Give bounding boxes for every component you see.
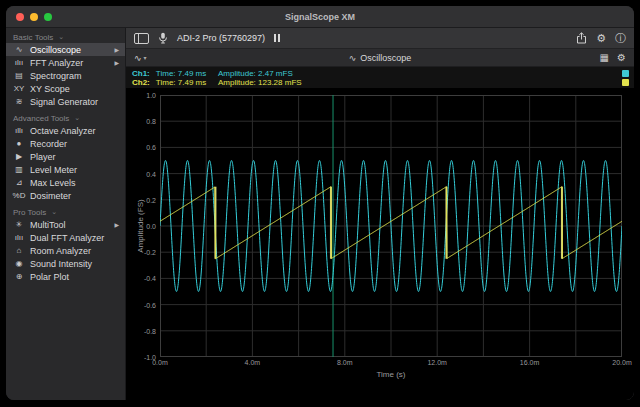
- y-tick-label: -0.2: [128, 249, 156, 256]
- view-title-text: Oscilloscope: [360, 53, 411, 63]
- share-icon[interactable]: [576, 32, 587, 44]
- sidebar-item-level-meter[interactable]: ▥Level Meter: [6, 163, 125, 176]
- y-tick-label: 1.0: [128, 92, 156, 99]
- sidebar-item-label: XY Scope: [30, 84, 70, 94]
- oscilloscope-icon: ∿: [12, 45, 26, 54]
- sidebar-item-sound-intensity[interactable]: ◉Sound Intensity: [6, 257, 125, 270]
- sidebar-section-basic-tools[interactable]: Basic Tools⌄: [6, 31, 125, 43]
- sidebar-item-multitool[interactable]: ✳MultiTool▶: [6, 218, 125, 231]
- ch2-legend-chip[interactable]: [622, 79, 629, 86]
- disclosure-arrow-icon: ▶: [114, 59, 119, 66]
- max-levels-icon: ⊿: [12, 178, 26, 187]
- view-toolbar: ∿ ▾ ∿Oscilloscope ▦ ⚙: [126, 49, 634, 67]
- y-tick-label: 0.0: [128, 223, 156, 230]
- meters-icon[interactable]: ▦: [600, 53, 609, 63]
- sound-intensity-icon: ◉: [12, 259, 26, 268]
- ch1-time-value: Time: 7.49 ms: [156, 69, 206, 78]
- section-label: Advanced Tools: [13, 114, 69, 123]
- x-axis-label: Time (s): [160, 370, 622, 379]
- section-label: Pro Tools: [13, 208, 46, 217]
- sidebar-section-advanced-tools[interactable]: Advanced Tools⌄: [6, 112, 125, 124]
- ch2-label: Ch2:: [132, 78, 150, 87]
- main-toolbar: ADI-2 Pro (57760297) ⚙ ⓘ: [126, 28, 634, 49]
- sidebar-item-spectrogram[interactable]: ▤Spectrogram: [6, 69, 125, 82]
- ch1-legend-chip[interactable]: [622, 70, 629, 77]
- sidebar-item-label: MultiTool: [30, 220, 66, 230]
- sidebar-item-label: Polar Plot: [30, 272, 69, 282]
- chevron-down-icon: ▾: [144, 54, 147, 61]
- ch1-label: Ch1:: [132, 69, 150, 78]
- x-tick-label: 16.0m: [520, 359, 539, 366]
- polar-plot-icon: ⊕: [12, 272, 26, 281]
- x-tick-label: 20.0m: [612, 359, 631, 366]
- chevron-down-icon: ⌄: [74, 115, 80, 121]
- sidebar-item-label: Oscilloscope: [30, 45, 81, 55]
- sidebar-item-label: Recorder: [30, 139, 67, 149]
- level-meter-icon: ▥: [12, 165, 26, 174]
- settings-gear-icon[interactable]: ⚙: [596, 33, 606, 44]
- input-source-mic-icon[interactable]: [158, 32, 168, 44]
- pause-button[interactable]: [274, 34, 280, 42]
- sidebar-toggle-icon[interactable]: [134, 33, 149, 44]
- info-icon[interactable]: ⓘ: [615, 33, 626, 44]
- y-tick-label: 0.8: [128, 118, 156, 125]
- sidebar-item-recorder[interactable]: ●Recorder: [6, 137, 125, 150]
- sidebar-item-fft-analyzer[interactable]: ılııFFT Analyzer▶: [6, 56, 125, 69]
- sidebar-item-signal-generator[interactable]: ≋Signal Generator: [6, 95, 125, 108]
- octave-analyzer-icon: ıllı: [12, 126, 26, 135]
- oscilloscope-plot[interactable]: Amplitude (FS) Time (s) 0.0m4.0m8.0m12.0…: [126, 89, 634, 400]
- sidebar-item-polar-plot[interactable]: ⊕Polar Plot: [6, 270, 125, 283]
- ch2-readout: Ch2: Time: 7.49 ms Amplitude: 123.28 mFS: [132, 78, 628, 87]
- window-title: SignalScope XM: [6, 12, 634, 22]
- y-tick-label: -0.6: [128, 301, 156, 308]
- sidebar-item-label: Max Levels: [30, 178, 76, 188]
- sidebar-item-label: Player: [30, 152, 56, 162]
- sidebar-item-label: Dual FFT Analyzer: [30, 233, 104, 243]
- sidebar-item-label: Room Analyzer: [30, 246, 91, 256]
- sidebar-item-dosimeter[interactable]: %DDosimeter: [6, 189, 125, 202]
- sidebar-item-oscilloscope[interactable]: ∿Oscilloscope▶: [6, 43, 125, 56]
- ch1-readout: Ch1: Time: 7.49 ms Amplitude: 2.47 mFS: [132, 69, 628, 78]
- multitool-icon: ✳: [12, 220, 26, 229]
- display-mode-dropdown[interactable]: ∿ ▾: [134, 53, 147, 63]
- y-tick-label: 0.6: [128, 144, 156, 151]
- sidebar-item-label: Spectrogram: [30, 71, 82, 81]
- xy-scope-icon: XY: [12, 84, 26, 93]
- y-tick-label: -0.4: [128, 275, 156, 282]
- sidebar-item-max-levels[interactable]: ⊿Max Levels: [6, 176, 125, 189]
- x-tick-label: 4.0m: [245, 359, 261, 366]
- sidebar-item-dual-fft-analyzer[interactable]: ılııDual FFT Analyzer: [6, 231, 125, 244]
- view-title: ∿Oscilloscope: [126, 53, 634, 63]
- waveform-chart[interactable]: [160, 95, 622, 357]
- waveform-icon: ∿: [134, 53, 142, 63]
- tools-sidebar: Basic Tools⌄∿Oscilloscope▶ılııFFT Analyz…: [6, 28, 126, 400]
- spectrogram-icon: ▤: [12, 71, 26, 80]
- ch2-amplitude-value: Amplitude: 123.28 mFS: [218, 78, 302, 87]
- y-tick-label: -0.8: [128, 327, 156, 334]
- section-label: Basic Tools: [13, 33, 53, 42]
- sidebar-section-pro-tools[interactable]: Pro Tools⌄: [6, 206, 125, 218]
- sidebar-item-label: Octave Analyzer: [30, 126, 96, 136]
- sidebar-item-xy-scope[interactable]: XYXY Scope: [6, 82, 125, 95]
- sidebar-item-label: FFT Analyzer: [30, 58, 83, 68]
- sidebar-item-room-analyzer[interactable]: ⌂Room Analyzer: [6, 244, 125, 257]
- view-settings-gear-icon[interactable]: ⚙: [617, 53, 626, 63]
- main-panel: ADI-2 Pro (57760297) ⚙ ⓘ ∿ ▾ ∿Oscillosco…: [126, 28, 634, 400]
- ch2-time-value: Time: 7.49 ms: [156, 78, 206, 87]
- disclosure-arrow-icon: ▶: [114, 46, 119, 53]
- signal-generator-icon: ≋: [12, 97, 26, 106]
- y-tick-label: 0.4: [128, 170, 156, 177]
- device-name[interactable]: ADI-2 Pro (57760297): [177, 33, 265, 43]
- x-tick-label: 8.0m: [337, 359, 353, 366]
- sidebar-item-octave-analyzer[interactable]: ıllıOctave Analyzer: [6, 124, 125, 137]
- window-content: Basic Tools⌄∿Oscilloscope▶ılııFFT Analyz…: [6, 28, 634, 400]
- dual-fft-analyzer-icon: ılıı: [12, 233, 26, 242]
- sidebar-item-label: Level Meter: [30, 165, 77, 175]
- cursor-readout: Ch1: Time: 7.49 ms Amplitude: 2.47 mFS C…: [126, 67, 634, 89]
- dosimeter-icon: %D: [12, 191, 26, 200]
- oscilloscope-icon: ∿: [349, 53, 357, 63]
- chevron-down-icon: ⌄: [58, 34, 64, 40]
- sidebar-item-player[interactable]: ▶Player: [6, 150, 125, 163]
- fft-analyzer-icon: ılıı: [12, 58, 26, 67]
- view-toolbar-right: ▦ ⚙: [600, 53, 626, 63]
